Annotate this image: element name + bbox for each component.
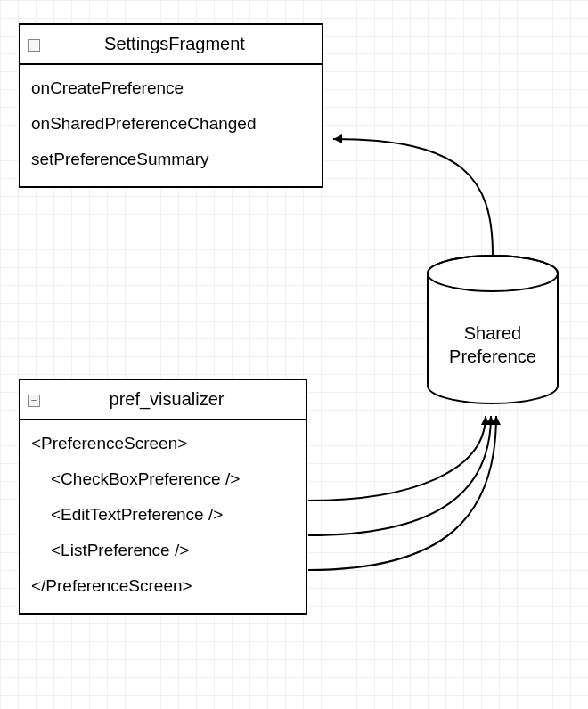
method-row: onSharedPreferenceChanged xyxy=(31,106,311,142)
arrow-edittext-to-cylinder xyxy=(308,416,491,535)
box-title: SettingsFragment xyxy=(47,34,314,54)
xml-item: <EditTextPreference /> xyxy=(31,497,295,533)
box-body: <PreferenceScreen> <CheckBoxPreference /… xyxy=(20,420,306,613)
xml-item: <ListPreference /> xyxy=(31,533,295,568)
method-row: onCreatePreference xyxy=(31,70,311,106)
cylinder-shared-preference: Shared Preference xyxy=(426,254,559,405)
arrow-checkbox-to-cylinder xyxy=(308,416,486,501)
collapse-icon[interactable]: − xyxy=(28,39,40,52)
xml-tag-open: <PreferenceScreen> xyxy=(31,426,295,461)
class-box-settings-fragment: − SettingsFragment onCreatePreference on… xyxy=(19,23,323,188)
box-body: onCreatePreference onSharedPreferenceCha… xyxy=(20,65,322,186)
cylinder-label-line2: Preference xyxy=(426,345,559,368)
arrow-list-to-cylinder xyxy=(308,416,496,570)
collapse-icon[interactable]: − xyxy=(28,395,40,407)
xml-tag-close: </PreferenceScreen> xyxy=(31,568,295,604)
method-row: setPreferenceSummary xyxy=(31,142,311,177)
class-box-pref-visualizer: − pref_visualizer <PreferenceScreen> <Ch… xyxy=(19,379,307,615)
box-header: − SettingsFragment xyxy=(20,25,322,65)
cylinder-label-line1: Shared xyxy=(426,322,559,345)
cylinder-label: Shared Preference xyxy=(426,322,559,368)
box-header: − pref_visualizer xyxy=(20,380,306,420)
xml-item: <CheckBoxPreference /> xyxy=(31,461,295,497)
box-title: pref_visualizer xyxy=(47,389,298,410)
arrow-cylinder-to-settings xyxy=(333,139,493,255)
